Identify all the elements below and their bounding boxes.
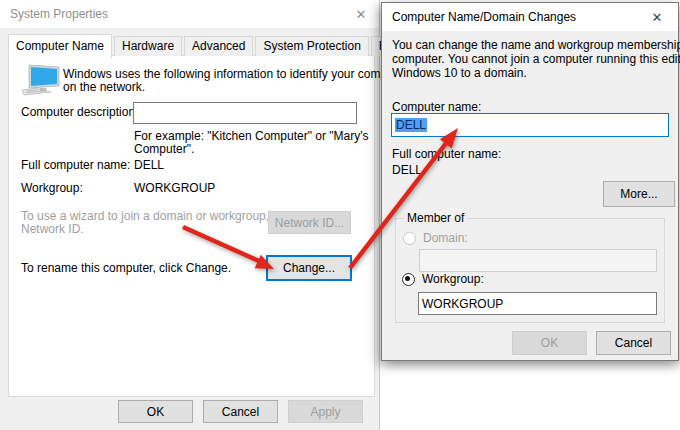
ok-button[interactable]: OK (118, 400, 193, 423)
workgroup-radio[interactable] (402, 273, 415, 286)
network-id-hint-line2: Network ID. (21, 222, 84, 236)
cancel-button[interactable]: Cancel (596, 331, 671, 355)
tab-advanced[interactable]: Advanced (184, 36, 253, 56)
tab-hardware[interactable]: Hardware (114, 36, 182, 56)
workgroup-radio-label: Workgroup: (422, 272, 484, 286)
cancel-button[interactable]: Cancel (203, 400, 278, 423)
computer-icon (21, 64, 61, 96)
domain-radio[interactable] (403, 232, 416, 245)
computer-name-input[interactable]: DELL (391, 113, 669, 137)
computer-name-domain-changes-dialog: Computer Name/Domain Changes ✕ You can c… (381, 2, 679, 361)
domain-radio-label: Domain: (423, 231, 468, 245)
full-computer-name-value: DELL (134, 158, 164, 172)
full-computer-name-label: Full computer name: (392, 147, 501, 161)
computer-description-input[interactable] (133, 102, 357, 124)
dialog-body-line3: Windows 10 to a domain. (392, 66, 527, 80)
computer-description-label: Computer description: (21, 105, 138, 119)
computer-name-label: Computer name: (392, 100, 481, 114)
full-computer-name-label: Full computer name: (21, 158, 130, 172)
full-computer-name-value: DELL (392, 163, 422, 177)
workgroup-input-value: WORKGROUP (422, 297, 503, 311)
rename-hint-text: To rename this computer, click Change. (21, 261, 231, 275)
member-of-label: Member of (404, 211, 467, 225)
computer-name-selected-text: DELL (395, 118, 427, 132)
dialog-body-line2: computer. You cannot join a computer run… (392, 52, 680, 66)
apply-button[interactable]: Apply (288, 400, 363, 423)
system-properties-dialog: System Properties ✕ Computer Name Hardwa… (0, 0, 380, 430)
tab-system-protection[interactable]: System Protection (255, 36, 368, 56)
intro-text-line2: on the network. (63, 80, 145, 94)
domain-changes-title: Computer Name/Domain Changes (392, 10, 576, 24)
close-icon[interactable]: ✕ (348, 4, 374, 24)
example-text-line2: Computer". (134, 142, 194, 156)
system-properties-title: System Properties (10, 7, 108, 21)
network-id-button[interactable]: Network ID... (268, 211, 351, 234)
change-button[interactable]: Change... (266, 255, 352, 281)
workgroup-input[interactable]: WORKGROUP (418, 292, 657, 315)
network-id-hint-line1: To use a wizard to join a domain or work… (21, 209, 296, 223)
dialog-body-line1: You can change the name and workgroup me… (392, 38, 680, 52)
workgroup-label: Workgroup: (21, 181, 83, 195)
domain-changes-titlebar[interactable]: Computer Name/Domain Changes ✕ (382, 3, 678, 31)
ok-button[interactable]: OK (512, 331, 587, 355)
example-text-line1: For example: "Kitchen Computer" or "Mary… (134, 129, 368, 143)
domain-input (419, 249, 657, 272)
system-properties-titlebar[interactable]: System Properties ✕ (0, 0, 379, 28)
workgroup-value: WORKGROUP (134, 181, 215, 195)
computer-name-tab-page: Windows uses the following information t… (8, 55, 375, 397)
more-button[interactable]: More... (603, 181, 675, 207)
tab-computer-name[interactable]: Computer Name (8, 34, 112, 58)
intro-text-line1: Windows uses the following information t… (63, 67, 408, 81)
close-icon[interactable]: ✕ (644, 7, 670, 27)
member-of-groupbox: Member of Domain: Workgroup: WORKGROUP (395, 218, 665, 323)
screenshot-root: System Properties ✕ Computer Name Hardwa… (0, 0, 680, 430)
tab-strip: Computer Name Hardware Advanced System P… (8, 34, 431, 56)
